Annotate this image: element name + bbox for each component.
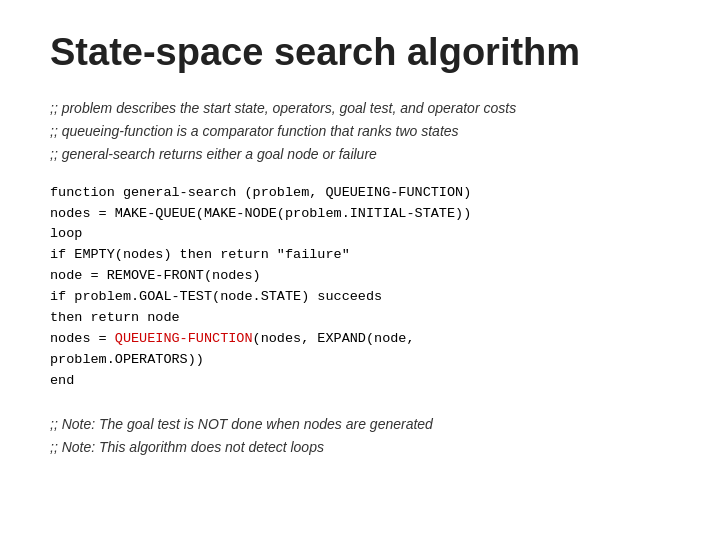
footer-comments: ;; Note: The goal test is NOT done when … bbox=[50, 414, 670, 458]
code-line-10: end bbox=[50, 371, 670, 392]
code-line-5: node = REMOVE-FRONT(nodes) bbox=[50, 266, 670, 287]
page-container: State-space search algorithm ;; problem … bbox=[0, 0, 720, 540]
code-line-2: nodes = MAKE-QUEUE(MAKE-NODE(problem.INI… bbox=[50, 204, 670, 225]
code-line-6: if problem.GOAL-TEST(node.STATE) succeed… bbox=[50, 287, 670, 308]
code-line-1: function general-search (problem, QUEUEI… bbox=[50, 183, 670, 204]
intro-comments: ;; problem describes the start state, op… bbox=[50, 98, 670, 165]
code-line-8: nodes = QUEUEING-FUNCTION(nodes, EXPAND(… bbox=[50, 329, 670, 350]
footer-comment-1: ;; Note: The goal test is NOT done when … bbox=[50, 414, 670, 435]
code-line-3: loop bbox=[50, 224, 670, 245]
comment-2: ;; queueing-function is a comparator fun… bbox=[50, 121, 670, 142]
code-line-4: if EMPTY(nodes) then return "failure" bbox=[50, 245, 670, 266]
code-line-7: then return node bbox=[50, 308, 670, 329]
footer-comment-2: ;; Note: This algorithm does not detect … bbox=[50, 437, 670, 458]
code-block: function general-search (problem, QUEUEI… bbox=[50, 183, 670, 392]
comment-3: ;; general-search returns either a goal … bbox=[50, 144, 670, 165]
page-title: State-space search algorithm bbox=[50, 30, 670, 76]
code-line-9: problem.OPERATORS)) bbox=[50, 350, 670, 371]
comment-1: ;; problem describes the start state, op… bbox=[50, 98, 670, 119]
